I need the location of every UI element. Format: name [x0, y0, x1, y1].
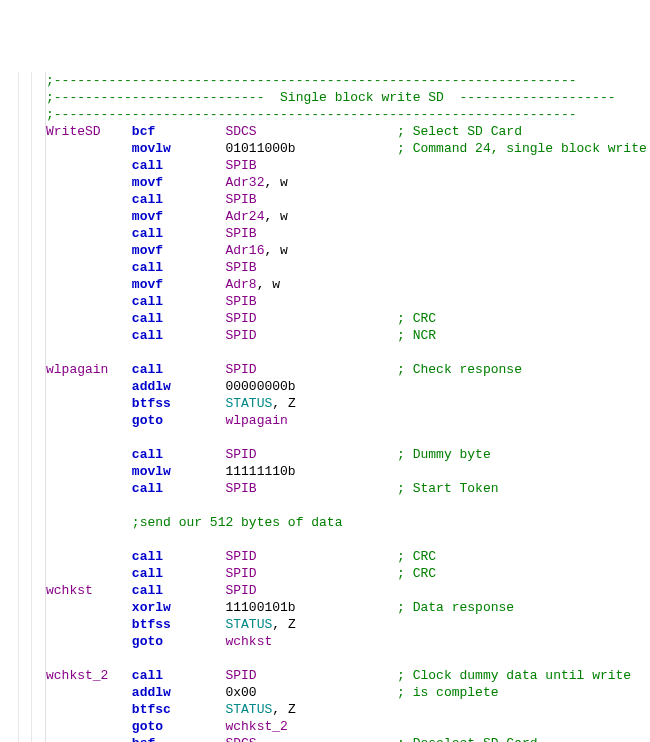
comment: ; Deselect SD Card [397, 736, 537, 742]
gutter [6, 276, 46, 293]
instruction: call [132, 260, 226, 275]
gutter [6, 208, 46, 225]
gutter [6, 361, 46, 378]
code-line [6, 650, 644, 667]
instruction: call [132, 583, 226, 598]
operands: wlpagain [225, 413, 397, 428]
instruction: call [132, 311, 226, 326]
gutter [6, 633, 46, 650]
operands: STATUS, Z [225, 396, 397, 411]
operands: SPID [225, 328, 397, 343]
comment: ;send our 512 bytes of data [132, 515, 343, 530]
code-line: goto wlpagain [6, 412, 644, 429]
instruction: goto [132, 413, 226, 428]
instruction: movf [132, 243, 226, 258]
code-block: ;---------------------------------------… [6, 72, 644, 742]
instruction: call [132, 192, 226, 207]
label-empty [46, 481, 132, 496]
code-line: goto wchkst [6, 633, 644, 650]
code-line: call SPID ; CRC [6, 310, 644, 327]
label-empty [46, 685, 132, 700]
gutter [6, 89, 46, 106]
gutter [6, 599, 46, 616]
operands: Adr24, w [225, 209, 397, 224]
label-empty [46, 311, 132, 326]
operands: 11111110b [225, 464, 397, 479]
comment: ;---------------------------------------… [46, 107, 577, 122]
code-line [6, 497, 644, 514]
gutter [6, 395, 46, 412]
comment: ; Clock dummy data until write [397, 668, 631, 683]
operands: SDCS [225, 736, 397, 742]
label-empty [46, 175, 132, 190]
operands: STATUS, Z [225, 702, 397, 717]
gutter [6, 174, 46, 191]
gutter [6, 463, 46, 480]
operands: SPID [225, 668, 397, 683]
code-line: addlw 00000000b [6, 378, 644, 395]
code-line: addlw 0x00 ; is complete [6, 684, 644, 701]
gutter [6, 718, 46, 735]
label: wchkst_2 [46, 668, 132, 683]
code-line: goto wchkst_2 [6, 718, 644, 735]
code-line: ;---------------------------------------… [6, 72, 644, 89]
label-empty [46, 260, 132, 275]
gutter [6, 667, 46, 684]
code-line: call SPIB [6, 191, 644, 208]
gutter [6, 106, 46, 123]
comment: ; Command 24, single block write [397, 141, 647, 156]
operands: SDCS [225, 124, 397, 139]
gutter [6, 310, 46, 327]
operands: STATUS, Z [225, 617, 397, 632]
comment: ; Check response [397, 362, 522, 377]
gutter [6, 582, 46, 599]
label-empty [46, 396, 132, 411]
instruction: call [132, 226, 226, 241]
label-empty [46, 243, 132, 258]
gutter [6, 446, 46, 463]
instruction: btfss [132, 396, 226, 411]
label-empty [46, 413, 132, 428]
comment: ; NCR [397, 328, 436, 343]
code-line: movlw 01011000b ; Command 24, single blo… [6, 140, 644, 157]
operands: 0x00 [225, 685, 397, 700]
instruction: xorlw [132, 600, 226, 615]
code-line: wchkst_2 call SPID ; Clock dummy data un… [6, 667, 644, 684]
gutter [6, 565, 46, 582]
gutter [6, 327, 46, 344]
comment: ;---------------------------------------… [46, 73, 577, 88]
instruction: call [132, 668, 226, 683]
code-line: wchkst call SPID [6, 582, 644, 599]
code-line: call SPID ; NCR [6, 327, 644, 344]
header-title: Single block write SD [280, 90, 444, 105]
code-line: movf Adr24, w [6, 208, 644, 225]
operands: Adr8, w [225, 277, 397, 292]
label-empty [46, 141, 132, 156]
instruction: call [132, 447, 226, 462]
label-empty [46, 617, 132, 632]
label: wchkst [46, 583, 132, 598]
gutter [6, 684, 46, 701]
gutter [6, 548, 46, 565]
gutter [6, 429, 46, 446]
instruction: goto [132, 719, 226, 734]
instruction: call [132, 362, 226, 377]
gutter [6, 735, 46, 742]
gutter [6, 616, 46, 633]
comment: ;--------------------------- Single bloc… [46, 90, 616, 105]
label-empty [46, 158, 132, 173]
comment: ; CRC [397, 311, 436, 326]
instruction: call [132, 481, 226, 496]
gutter [6, 157, 46, 174]
label-empty [46, 719, 132, 734]
instruction: call [132, 566, 226, 581]
operands: SPIB [225, 260, 397, 275]
label-empty [46, 600, 132, 615]
instruction: call [132, 549, 226, 564]
label-empty [46, 226, 132, 241]
operands: 00000000b [225, 379, 397, 394]
instruction: btfss [132, 617, 226, 632]
operands: SPIB [225, 158, 397, 173]
comment: ; Select SD Card [397, 124, 522, 139]
operands: SPID [225, 583, 397, 598]
